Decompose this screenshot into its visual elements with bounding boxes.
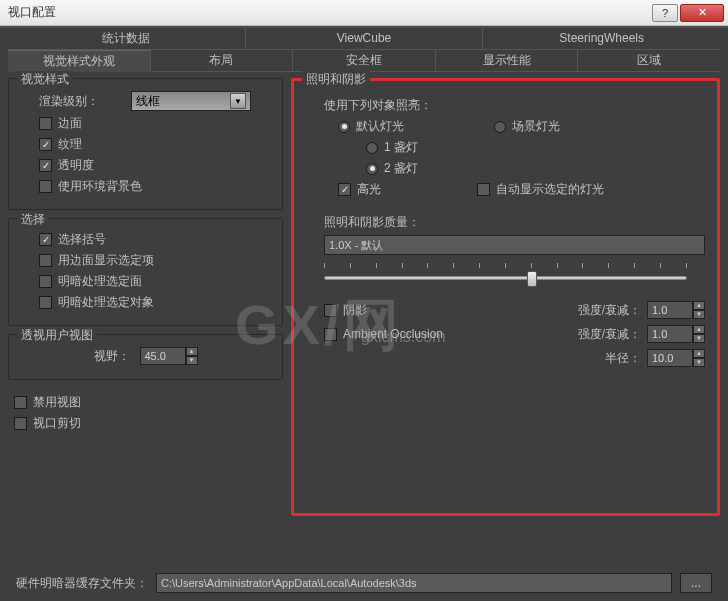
label-shadeface: 明暗处理选定面 [58,273,142,290]
render-level-value: 线框 [136,93,160,110]
tab-visual-style[interactable]: 视觉样式外观 [8,50,150,72]
label-ao: Ambient Occlusion [343,327,443,341]
label-shadeobj: 明暗处理选定对象 [58,294,154,311]
radio-1light[interactable] [366,142,378,154]
label-transparent: 透明度 [58,157,94,174]
checkbox-edge[interactable] [39,117,52,130]
checkbox-bracket[interactable] [39,233,52,246]
checkbox-edgeshow[interactable] [39,254,52,267]
checkbox-shadeface[interactable] [39,275,52,288]
label-edge: 边面 [58,115,82,132]
checkbox-highlight[interactable] [338,183,351,196]
tab-region[interactable]: 区域 [577,50,720,72]
ao-spinner[interactable]: 1.0 ▲▼ [647,325,705,343]
checkbox-texture[interactable] [39,138,52,151]
label-autoshow: 自动显示选定的灯光 [496,181,604,198]
label-clip: 视口剪切 [33,415,81,432]
spinner-up-icon[interactable]: ▲ [186,347,198,356]
group-visual-style: 视觉样式 渲染级别： 线框 ▼ 边面 纹理 [8,78,283,210]
legend-visual-style: 视觉样式 [17,71,73,88]
label-highlight: 高光 [357,181,381,198]
help-button[interactable]: ? [652,4,678,22]
group-selection: 选择 选择括号 用边面显示选定项 明暗处理选定面 明暗处理选定对象 [8,218,283,326]
quality-slider[interactable] [324,269,687,287]
legend-lighting: 照明和阴影 [302,71,370,88]
label-default-light: 默认灯光 [356,118,404,135]
ao-intensity-label: 强度/衰减： [578,326,641,343]
cache-path-label: 硬件明暗器缓存文件夹： [16,575,148,592]
cache-path-input[interactable]: C:\Users\Administrator\AppData\Local\Aut… [156,573,672,593]
shadow-spinner[interactable]: 1.0 ▲▼ [647,301,705,319]
close-button[interactable]: ✕ [680,4,724,22]
fov-label: 视野： [94,348,130,365]
tab-safeframe[interactable]: 安全框 [292,50,435,72]
checkbox-disable-view[interactable] [14,396,27,409]
checkbox-shadeobj[interactable] [39,296,52,309]
checkbox-transparent[interactable] [39,159,52,172]
radius-label: 半径： [605,350,641,367]
dialog-body: 统计数据 ViewCube SteeringWheels 视觉样式外观 布局 安… [0,28,728,601]
radius-value[interactable]: 10.0 [647,349,693,367]
quality-label: 照明和阴影质量： [324,214,705,231]
label-bracket: 选择括号 [58,231,106,248]
tab-stats[interactable]: 统计数据 [8,28,245,50]
legend-selection: 选择 [17,211,49,228]
label-texture: 纹理 [58,136,82,153]
label-2light: 2 盏灯 [384,160,418,177]
spinner-down-icon[interactable]: ▼ [693,310,705,319]
label-scene-light: 场景灯光 [512,118,560,135]
group-lighting: 照明和阴影 使用下列对象照亮： 默认灯光 场景灯光 1 盏灯 [291,78,720,516]
shadow-intensity-label: 强度/衰减： [578,302,641,319]
label-edgeshow: 用边面显示选定项 [58,252,154,269]
use-label: 使用下列对象照亮： [324,97,705,114]
browse-button[interactable]: ... [680,573,712,593]
tab-layout[interactable]: 布局 [150,50,293,72]
fov-spinner[interactable]: 45.0 ▲▼ [140,347,198,365]
spinner-down-icon[interactable]: ▼ [186,356,198,365]
tab-viewcube[interactable]: ViewCube [245,28,483,50]
label-shadow: 阴影 [343,302,367,319]
slider-thumb[interactable] [527,271,537,287]
spinner-up-icon[interactable]: ▲ [693,325,705,334]
radio-default-light[interactable] [338,121,350,133]
legend-perspective: 透视用户视图 [17,327,97,344]
label-1light: 1 盏灯 [384,139,418,156]
render-level-label: 渲染级别： [39,93,99,110]
shadow-value[interactable]: 1.0 [647,301,693,319]
tab-performance[interactable]: 显示性能 [435,50,578,72]
tab-steeringwheels[interactable]: SteeringWheels [482,28,720,50]
spinner-down-icon[interactable]: ▼ [693,358,705,367]
label-envbg: 使用环境背景色 [58,178,142,195]
chevron-down-icon: ▼ [230,93,246,109]
ao-value[interactable]: 1.0 [647,325,693,343]
fov-value[interactable]: 45.0 [140,347,186,365]
checkbox-envbg[interactable] [39,180,52,193]
cache-path-row: 硬件明暗器缓存文件夹： C:\Users\Administrator\AppDa… [16,573,712,593]
spinner-up-icon[interactable]: ▲ [693,301,705,310]
render-level-dropdown[interactable]: 线框 ▼ [131,91,251,111]
checkbox-clip[interactable] [14,417,27,430]
window-title: 视口配置 [8,4,650,21]
spinner-down-icon[interactable]: ▼ [693,334,705,343]
quality-select[interactable]: 1.0X - 默认 [324,235,705,255]
group-perspective: 透视用户视图 视野： 45.0 ▲▼ [8,334,283,380]
checkbox-ao[interactable] [324,328,337,341]
radio-2light[interactable] [366,163,378,175]
spinner-up-icon[interactable]: ▲ [693,349,705,358]
label-disable-view: 禁用视图 [33,394,81,411]
radius-spinner[interactable]: 10.0 ▲▼ [647,349,705,367]
checkbox-autoshow[interactable] [477,183,490,196]
titlebar: 视口配置 ? ✕ [0,0,728,26]
checkbox-shadow[interactable] [324,304,337,317]
tabs-level2: 视觉样式外观 布局 安全框 显示性能 区域 [8,50,720,72]
radio-scene-light[interactable] [494,121,506,133]
tabs-level1: 统计数据 ViewCube SteeringWheels [8,28,720,50]
